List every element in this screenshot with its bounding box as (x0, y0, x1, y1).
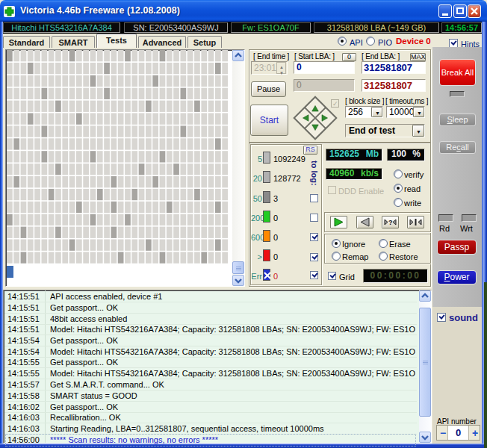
svg-text:?: ? (388, 219, 393, 226)
